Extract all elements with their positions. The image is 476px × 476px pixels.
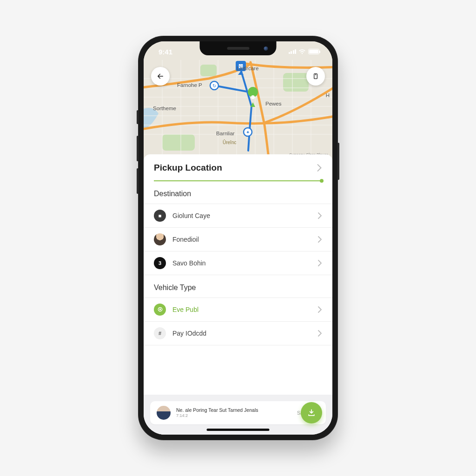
chevron-right-icon bbox=[317, 260, 322, 266]
driver-info: Ne. ale Poring Tear Sut Tarned Jenals 7:… bbox=[176, 407, 291, 418]
notch bbox=[200, 41, 277, 55]
destination-badge-icon: 3 bbox=[154, 257, 166, 269]
vehicle-label: Eve Publ bbox=[172, 306, 311, 313]
status-right bbox=[289, 49, 320, 54]
map-label: H bbox=[326, 93, 330, 98]
vehicle-list: ⦿ Eve Publ # Pay IOdcdd bbox=[144, 298, 332, 345]
vehicle-item[interactable]: # Pay IOdcdd bbox=[144, 322, 332, 345]
contact-avatar-icon bbox=[154, 233, 166, 245]
pickup-location-row[interactable]: Pickup Location bbox=[154, 163, 322, 173]
speaker-grille bbox=[227, 47, 249, 50]
chevron-right-icon bbox=[317, 164, 322, 172]
front-camera bbox=[264, 46, 268, 51]
destination-item[interactable]: ■ Giolunt Caye bbox=[144, 204, 332, 228]
home-indicator[interactable] bbox=[207, 429, 270, 431]
driver-card[interactable]: Ne. ale Poring Tear Sut Tarned Jenals 7:… bbox=[150, 401, 326, 424]
volume-up-button bbox=[137, 136, 139, 161]
driver-sub-text: 7:14:2 bbox=[176, 413, 291, 418]
arrow-left-icon bbox=[156, 72, 165, 80]
vehicle-item[interactable]: ⦿ Eve Publ bbox=[144, 298, 332, 322]
destination-label: Savo Bohin bbox=[172, 259, 311, 267]
vehicle-badge-icon: # bbox=[154, 327, 166, 339]
screen: 9:41 bbox=[144, 41, 332, 435]
destination-section-title: Destination bbox=[144, 181, 332, 204]
cellular-signal-icon bbox=[289, 49, 297, 54]
wifi-icon bbox=[298, 49, 306, 54]
svg-point-10 bbox=[251, 95, 255, 99]
map-label: Lintircare bbox=[237, 66, 258, 71]
driver-avatar-icon bbox=[157, 406, 171, 420]
download-icon bbox=[307, 408, 316, 417]
volume-down-button bbox=[137, 168, 139, 194]
power-button bbox=[337, 143, 339, 180]
battery-icon bbox=[308, 49, 319, 54]
map-label: Farnohe P bbox=[177, 82, 202, 88]
map-label: Sortheme bbox=[153, 106, 176, 111]
vehicle-section-title: Vehicle Type bbox=[144, 275, 332, 298]
mute-switch bbox=[137, 110, 139, 124]
bookmark-icon bbox=[312, 73, 319, 80]
driver-main-text: Ne. ale Poring Tear Sut Tarned Jenals bbox=[176, 407, 291, 413]
destination-list: ■ Giolunt Caye Fonedioil 3 Savo Bohin bbox=[144, 204, 332, 275]
phone-frame: 9:41 bbox=[138, 36, 338, 440]
booking-sheet: Pickup Location Destination ■ Giolunt Ca… bbox=[144, 154, 332, 435]
pickup-title: Pickup Location bbox=[154, 163, 222, 173]
map-label: Ûreînc bbox=[223, 140, 236, 145]
destination-badge-icon: ■ bbox=[154, 210, 166, 222]
svg-text:✦: ✦ bbox=[246, 130, 250, 135]
progress-indicator bbox=[154, 180, 322, 181]
vehicle-label: Pay IOdcdd bbox=[172, 330, 311, 337]
destination-label: Fonedioil bbox=[172, 236, 311, 243]
vehicle-badge-icon: ⦿ bbox=[154, 304, 166, 316]
confirm-fab-button[interactable] bbox=[301, 402, 322, 423]
map-label: Barnliar bbox=[216, 131, 235, 136]
chevron-right-icon bbox=[317, 236, 322, 243]
destination-item[interactable]: 3 Savo Bohin bbox=[144, 251, 332, 275]
destination-item[interactable]: Fonedioil bbox=[144, 228, 332, 251]
destination-label: Giolunt Caye bbox=[172, 212, 311, 219]
svg-rect-2 bbox=[200, 65, 217, 76]
svg-rect-3 bbox=[162, 134, 195, 151]
map-action-button[interactable] bbox=[306, 67, 325, 86]
map-label: Pewes bbox=[265, 101, 282, 106]
svg-rect-1 bbox=[283, 73, 309, 92]
back-button[interactable] bbox=[151, 67, 170, 86]
chevron-right-icon bbox=[317, 212, 322, 219]
svg-text:↻: ↻ bbox=[212, 83, 216, 88]
chevron-right-icon bbox=[317, 306, 322, 313]
status-time: 9:41 bbox=[159, 48, 172, 56]
chevron-right-icon bbox=[317, 330, 322, 337]
